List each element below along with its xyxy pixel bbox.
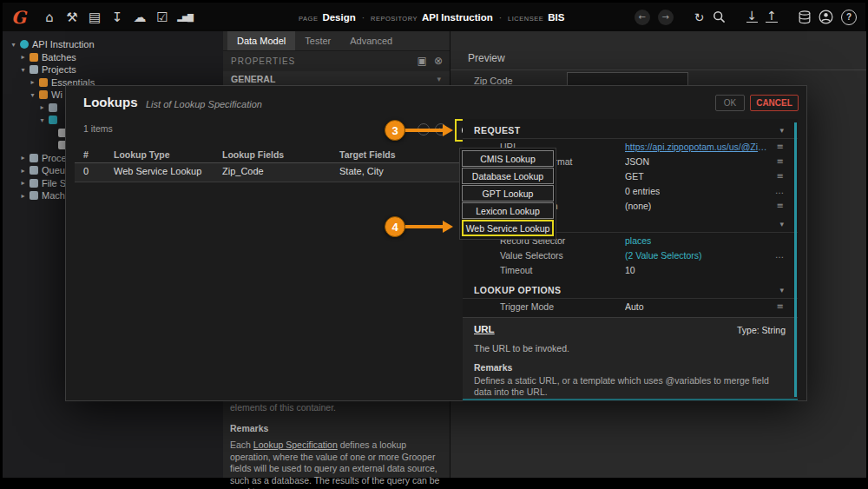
- grooper-logo[interactable]: G: [11, 7, 26, 28]
- caret-icon[interactable]: ▾: [29, 91, 36, 99]
- tree-item-projects[interactable]: ▾ Projects: [3, 63, 223, 76]
- help-description: The URL to be invoked.: [474, 343, 569, 354]
- menu-icon[interactable]: ≡: [777, 301, 784, 311]
- lookup-specification-link[interactable]: Lookup Specification: [253, 439, 338, 450]
- col-lookup-type: Lookup Type: [114, 149, 170, 160]
- menu-item-database-lookup[interactable]: Database Lookup: [462, 168, 554, 184]
- tab-advanced[interactable]: Advanced: [340, 31, 402, 50]
- lookups-dialog: Lookups List of Lookup Specification OK …: [65, 85, 807, 401]
- tree-item-api-instruction[interactable]: ▾ API Instruction: [3, 38, 223, 51]
- url-value-link[interactable]: https://api.zippopotam.us/us/@Zip_C...: [625, 142, 771, 152]
- property-row-trigger-mode[interactable]: Trigger Mode Auto ≡: [463, 300, 798, 314]
- tree-item-label: Batches: [42, 52, 76, 63]
- menu-item-cmis-lookup[interactable]: CMIS Lookup: [462, 150, 554, 167]
- help-property-type: Type: String: [737, 325, 786, 335]
- property-value[interactable]: 0 entries: [625, 186, 660, 196]
- table-row[interactable]: 0 Web Service Lookup Zip_Code State, Cit…: [75, 163, 461, 182]
- cell-lookup-type: Web Service Lookup: [114, 166, 201, 176]
- property-row-timeout[interactable]: Timeout 10: [463, 263, 798, 278]
- page-value[interactable]: Design: [322, 12, 355, 23]
- property-value[interactable]: (2 Value Selectors): [625, 250, 702, 261]
- page-label: PAGE: [299, 15, 318, 23]
- cloud-icon[interactable]: ☁: [128, 10, 151, 25]
- callout-arrow-4: [405, 225, 444, 228]
- save-icon[interactable]: ▣: [418, 55, 427, 67]
- tree-item-label: Proce: [42, 153, 67, 163]
- general-section-label: GENERAL: [231, 74, 437, 84]
- tasks-icon[interactable]: ☑: [151, 10, 174, 25]
- stats-icon[interactable]: ▂▅▇: [174, 13, 196, 22]
- download-icon[interactable]: ↓: [746, 11, 759, 23]
- batches-node-icon: [30, 53, 38, 62]
- caret-icon[interactable]: ▸: [19, 154, 27, 162]
- app-window: G ⌂ ⚒ ▤ ↧ ☁ ☑ ▂▅▇ PAGE Design · REPOSITO…: [0, 0, 868, 489]
- tree-item-batches[interactable]: ▸ Batches: [3, 51, 223, 64]
- property-value[interactable]: GET: [625, 171, 644, 182]
- property-value[interactable]: 10: [625, 265, 635, 275]
- repository-value[interactable]: API Instruction: [422, 12, 493, 23]
- scrollbar[interactable]: [794, 122, 797, 397]
- caret-icon[interactable]: ▸: [19, 179, 27, 187]
- close-icon[interactable]: ⊗: [434, 55, 443, 67]
- chevron-down-icon[interactable]: ▾: [779, 126, 784, 135]
- project-node-icon: [39, 78, 48, 87]
- callout-step-3: 3: [385, 120, 405, 141]
- topbar: G ⌂ ⚒ ▤ ↧ ☁ ☑ ▂▅▇ PAGE Design · REPOSITO…: [3, 3, 865, 31]
- property-value[interactable]: places: [625, 235, 651, 246]
- search-icon[interactable]: [713, 10, 726, 23]
- archive-icon[interactable]: ▤: [83, 10, 106, 25]
- menu-item-lexicon-lookup[interactable]: Lexicon Lookup: [462, 202, 554, 219]
- caret-icon[interactable]: ▸: [19, 192, 27, 200]
- caret-icon[interactable]: ▸: [19, 167, 27, 175]
- menu-icon[interactable]: ≡: [777, 142, 784, 151]
- lookup-options-section-header[interactable]: LOOKUP OPTIONS ▾: [463, 282, 798, 299]
- request-section-header[interactable]: REQUEST ▾: [463, 122, 798, 139]
- import-box-icon[interactable]: ↧: [106, 10, 128, 25]
- menu-icon[interactable]: ≡: [777, 156, 784, 166]
- cancel-button[interactable]: CANCEL: [750, 95, 799, 111]
- property-value[interactable]: JSON: [625, 156, 649, 167]
- ellipsis-icon[interactable]: …: [775, 250, 784, 260]
- chevron-down-icon[interactable]: ▾: [779, 220, 784, 228]
- tab-data-model[interactable]: Data Model: [227, 31, 295, 50]
- chevron-down-icon[interactable]: ▾: [779, 286, 784, 294]
- dialog-subtitle: List of Lookup Specification: [146, 99, 262, 109]
- menu-item-web-service-lookup[interactable]: Web Service Lookup: [462, 220, 554, 236]
- home-icon[interactable]: ⌂: [38, 10, 61, 25]
- caret-icon[interactable]: ▸: [38, 103, 46, 111]
- project-node-icon: [39, 90, 48, 99]
- menu-icon[interactable]: ≡: [777, 171, 784, 181]
- caret-icon[interactable]: ▾: [19, 66, 27, 74]
- node-icon: [30, 166, 38, 175]
- tree-item-label: API Instruction: [32, 39, 95, 50]
- ellipsis-icon[interactable]: …: [775, 186, 784, 195]
- chevron-down-icon[interactable]: ▾: [437, 75, 441, 83]
- preview-title: Preview: [468, 52, 505, 64]
- caret-icon[interactable]: ▾: [38, 116, 46, 124]
- topbar-right-icons: ← → ↻ ↓ ↑ ?: [635, 3, 857, 31]
- tree-item-label: Projects: [42, 64, 76, 75]
- ok-button[interactable]: OK: [715, 95, 745, 111]
- forward-icon[interactable]: →: [658, 10, 674, 25]
- menu-item-gpt-lookup[interactable]: GPT Lookup: [462, 185, 554, 202]
- caret-icon[interactable]: ▸: [29, 78, 36, 86]
- property-value[interactable]: Auto: [625, 301, 644, 312]
- caret-icon[interactable]: ▸: [19, 53, 27, 61]
- property-value[interactable]: (none): [625, 201, 651, 211]
- menu-icon[interactable]: ≡: [777, 201, 784, 210]
- tab-tester[interactable]: Tester: [295, 31, 340, 50]
- cell-num: 0: [83, 166, 89, 176]
- help-icon[interactable]: ?: [841, 10, 857, 25]
- tools-icon[interactable]: ⚒: [61, 10, 83, 25]
- property-row-value-selectors[interactable]: Value Selectors (2 Value Selectors) …: [463, 248, 798, 263]
- upload-icon[interactable]: ↑: [766, 11, 778, 23]
- database-icon[interactable]: [799, 10, 811, 24]
- tree-item-label: Queu: [42, 165, 65, 175]
- properties-bar: PROPERTIES ▣ ⊗: [223, 51, 450, 70]
- back-icon[interactable]: ←: [635, 10, 650, 25]
- user-icon[interactable]: [819, 10, 833, 24]
- add-lookup-dropdown: CMIS Lookup Database Lookup GPT Lookup L…: [459, 148, 556, 240]
- property-help-panel: URL Type: String The URL to be invoked. …: [463, 317, 798, 401]
- caret-icon[interactable]: ▾: [10, 41, 17, 49]
- refresh-icon[interactable]: ↻: [694, 10, 705, 24]
